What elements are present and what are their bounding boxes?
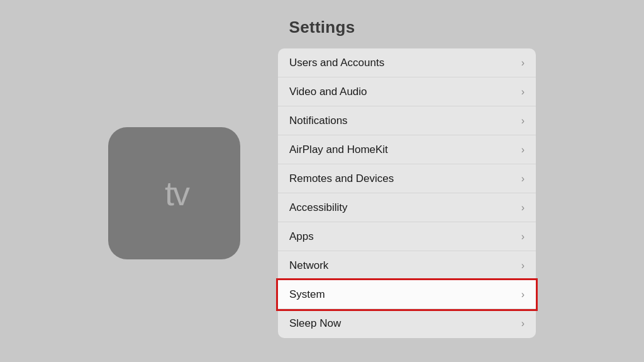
content-area: tv Users and Accounts›Video and Audio›No… [0,48,644,338]
menu-item-sleep-now[interactable]: Sleep Now› [278,309,536,338]
chevron-right-icon: › [521,260,525,271]
menu-item-label-sleep-now: Sleep Now [289,317,341,330]
menu-item-label-airplay-and-homekit: AirPlay and HomeKit [289,144,388,156]
chevron-right-icon: › [521,289,525,300]
menu-item-network[interactable]: Network› [278,251,536,280]
menu-item-system[interactable]: System› [278,280,536,309]
chevron-right-icon: › [521,115,525,127]
settings-menu: Users and Accounts›Video and Audio›Notif… [278,48,536,338]
chevron-right-icon: › [521,57,525,69]
menu-item-label-network: Network [289,259,328,272]
chevron-right-icon: › [521,173,525,184]
menu-item-airplay-and-homekit[interactable]: AirPlay and HomeKit› [278,135,536,164]
menu-item-label-system: System [289,288,325,301]
menu-item-label-accessibility: Accessibility [289,201,348,214]
chevron-right-icon: › [521,318,525,329]
appletv-logo: tv [160,174,189,213]
menu-item-label-notifications: Notifications [289,115,348,127]
menu-item-video-and-audio[interactable]: Video and Audio› [278,77,536,106]
menu-item-users-and-accounts[interactable]: Users and Accounts› [278,48,536,77]
chevron-right-icon: › [521,231,525,242]
menu-item-label-users-and-accounts: Users and Accounts [289,57,384,69]
menu-item-apps[interactable]: Apps› [278,222,536,251]
tv-text: tv [165,174,189,213]
appletv-device: tv [108,127,240,259]
menu-item-notifications[interactable]: Notifications› [278,106,536,135]
menu-item-remotes-and-devices[interactable]: Remotes and Devices› [278,164,536,193]
chevron-right-icon: › [521,202,525,213]
menu-item-label-apps: Apps [289,230,314,243]
chevron-right-icon: › [521,144,525,156]
menu-item-label-video-and-audio: Video and Audio [289,86,367,98]
menu-item-label-remotes-and-devices: Remotes and Devices [289,173,394,185]
page-title: Settings [289,18,355,37]
menu-item-accessibility[interactable]: Accessibility› [278,193,536,222]
chevron-right-icon: › [521,86,525,98]
